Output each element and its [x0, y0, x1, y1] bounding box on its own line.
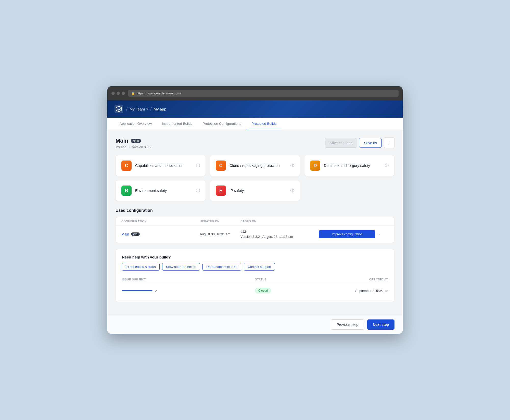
sep-2: / [150, 106, 152, 112]
tab-instrumented-builds[interactable]: Instrumented Builds [157, 118, 197, 130]
issue-status-cell: Closed [255, 288, 322, 293]
previous-step-button[interactable]: Previous step [331, 319, 364, 330]
url-text: https://www.guardsquare.com/ [136, 91, 181, 95]
card-label-clone: Clone / repackaging protection [230, 164, 287, 168]
info-icon-environment[interactable]: ⓘ [196, 188, 200, 193]
subtitle-version: Version 3.3.2 [132, 145, 151, 149]
configuration-table: Configuration Updated on Based on Main @… [116, 217, 394, 243]
card-icon-capabilities: C [121, 160, 132, 171]
help-title: Need help with your build? [122, 255, 388, 259]
col-updated-on: Updated on [200, 220, 237, 223]
config-based-on: #12 Version 3.3.2 · August 28, 11:13 am [240, 229, 316, 239]
card-label-capabilities: Capabilities and monetization [135, 164, 193, 168]
info-icon-ip-safety[interactable]: ⓘ [290, 188, 294, 193]
issue-table-header: Issue Subject Status Created at [122, 276, 388, 283]
cards-grid: C Capabilities and monetization ⓘ C Clon… [116, 155, 394, 201]
tab-application-overview[interactable]: Application Overview [114, 118, 157, 130]
issue-link-cell: ↗ [122, 289, 255, 293]
card-icon-data-leak: D [310, 160, 320, 171]
table-row: Main @26 August 30, 10:31 am #12 Version… [116, 226, 394, 243]
main-content: Main @38 My app • Version 3.3.2 Save cha… [107, 130, 403, 315]
tab-protection-configurations[interactable]: Protection Configurations [197, 118, 246, 130]
card-ip-safety[interactable]: E IP safety ⓘ [210, 180, 300, 201]
issue-row: ↗ Closed September 2, 5:05 pm [122, 285, 388, 296]
based-num: #12 [240, 229, 316, 234]
status-badge: Closed [255, 288, 271, 293]
dot-red [111, 92, 115, 95]
card-data-leak[interactable]: D Data leak and forgery safety ⓘ [304, 155, 394, 176]
version-badge: @38 [131, 139, 141, 143]
help-buttons: Experiences a crash Slow after protectio… [122, 263, 388, 271]
issue-col-status: Status [255, 278, 322, 281]
col-based-on: Based on [240, 220, 316, 223]
used-configuration-section: Used configuration Configuration Updated… [116, 208, 394, 243]
header-actions: Save changes Save as ⋮ [325, 138, 394, 148]
issue-col-created: Created at [322, 278, 388, 281]
logo [114, 105, 123, 113]
based-version: Version 3.3.2 · August 28, 11:13 am [240, 234, 316, 239]
team-chevron: ⇅ [146, 107, 148, 111]
card-environment[interactable]: B Environment safety ⓘ [116, 180, 206, 201]
tab-protected-builds[interactable]: Protected Builds [246, 118, 282, 130]
browser-dots [111, 92, 125, 95]
card-clone[interactable]: C Clone / repackaging protection ⓘ [210, 155, 300, 176]
address-bar[interactable]: 🔒 https://www.guardsquare.com/ [128, 90, 399, 97]
issue-link-bar [122, 290, 152, 291]
dot-green [122, 92, 125, 95]
secondary-nav: Application Overview Instrumented Builds… [107, 118, 403, 130]
table-header: Configuration Updated on Based on [116, 217, 394, 226]
info-icon-clone[interactable]: ⓘ [290, 163, 294, 168]
info-icon-data-leak[interactable]: ⓘ [385, 163, 389, 168]
header-row: Main @38 My app • Version 3.3.2 Save cha… [116, 138, 394, 149]
help-crash-button[interactable]: Experiences a crash [122, 263, 160, 271]
next-step-button[interactable]: Next step [367, 319, 394, 330]
issue-col-subject: Issue Subject [122, 278, 255, 281]
card-capabilities[interactable]: C Capabilities and monetization ⓘ [116, 155, 206, 176]
card-label-ip-safety: IP safety [230, 189, 287, 193]
config-row-badge: @26 [131, 232, 139, 236]
team-name[interactable]: My Team ⇅ [130, 107, 148, 111]
col-configuration: Configuration [121, 220, 197, 223]
bottom-bar: Previous step Next step [107, 315, 403, 334]
dot-separator: • [129, 145, 130, 149]
config-name-link[interactable]: Main [121, 232, 129, 236]
card-icon-environment: B [121, 186, 132, 196]
title-row: Main @38 [116, 138, 151, 144]
card-icon-clone: C [216, 160, 226, 171]
col-chevron [378, 220, 389, 223]
section-title: Used configuration [116, 208, 394, 213]
help-section: Need help with your build? Experiences a… [116, 249, 394, 302]
more-options-button[interactable]: ⋮ [384, 138, 394, 148]
info-icon-capabilities[interactable]: ⓘ [196, 163, 200, 168]
card-icon-ip-safety: E [216, 186, 226, 196]
improve-configuration-button[interactable]: Improve configuration [319, 230, 375, 238]
subtitle: My app • Version 3.3.2 [116, 145, 151, 149]
help-unreadable-button[interactable]: Unreadable text in UI [202, 263, 241, 271]
external-link-icon[interactable]: ↗ [155, 289, 157, 293]
subtitle-app: My app [116, 145, 126, 149]
breadcrumb: / My Team ⇅ / My app [126, 106, 166, 112]
card-label-data-leak: Data leak and forgery safety [324, 164, 381, 168]
header-left: Main @38 My app • Version 3.3.2 [116, 138, 151, 149]
card-label-environment: Environment safety [135, 189, 193, 193]
app-name: My app [154, 107, 166, 111]
config-updated-date: August 30, 10:31 am [200, 232, 237, 236]
col-action [319, 220, 375, 223]
help-contact-button[interactable]: Contact support [244, 263, 275, 271]
row-chevron-icon[interactable]: › [378, 232, 389, 237]
top-nav: / My Team ⇅ / My app [107, 100, 403, 118]
config-name-cell: Main @26 [121, 232, 197, 236]
browser-window: 🔒 https://www.guardsquare.com/ / My Team… [107, 86, 403, 334]
help-slow-button[interactable]: Slow after protection [162, 263, 200, 271]
lock-icon: 🔒 [131, 92, 135, 95]
browser-chrome: 🔒 https://www.guardsquare.com/ [107, 86, 403, 100]
issue-created-date: September 2, 5:05 pm [322, 289, 388, 293]
dot-yellow [117, 92, 120, 95]
sep-1: / [126, 106, 128, 112]
save-changes-button[interactable]: Save changes [325, 138, 357, 148]
page-title: Main [116, 138, 128, 144]
save-as-button[interactable]: Save as [359, 138, 382, 148]
